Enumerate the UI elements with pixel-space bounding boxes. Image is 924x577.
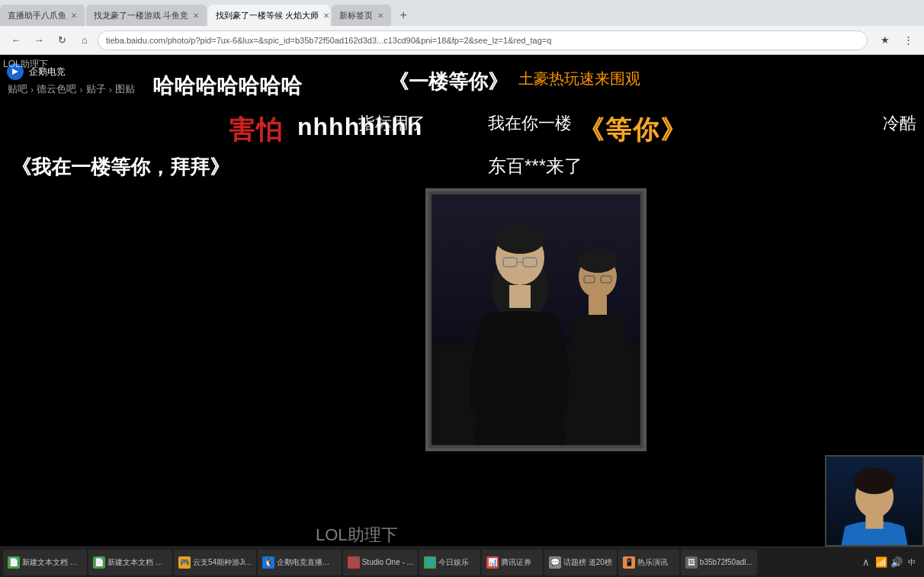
taskbar-item-2[interactable]: 🎮 云支54期种游Ji... xyxy=(174,550,256,575)
taskbar-label-2: 云支54期种游Ji... xyxy=(193,557,252,568)
main-content: LOL助理下 企鹅电竞 贴吧 › 德云色吧 › 贴子 › 图贴 哈哈哈哈哈哈哈 … xyxy=(0,55,924,547)
taskbar: 📄 新建文本文档 汉... 📄 新建文本文档 汉... 🎮 云支54期种游Ji.… xyxy=(0,547,924,577)
tab-4[interactable]: 新标签页 ✕ xyxy=(332,5,391,26)
taskbar-item-4[interactable]: 🎵 Studio One - ... xyxy=(343,550,418,575)
tab-3-close[interactable]: ✕ xyxy=(323,11,329,20)
taskbar-icon-3: 🐧 xyxy=(262,556,274,569)
svg-rect-12 xyxy=(589,296,607,315)
text-wodezai: 《我在一楼等你，拜拜》 xyxy=(11,154,229,181)
tab-2[interactable]: 找龙豪了一楼游戏 斗鱼竞 ✕ xyxy=(86,5,207,26)
bc-item-tujie: 图贴 xyxy=(115,82,135,96)
browser-chrome: 直播助手八爪鱼 ✕ 找龙豪了一楼游戏 斗鱼竞 ✕ 找到豪了一楼等候 火焰大师 ✕… xyxy=(0,0,924,55)
nav-right: ★ ⋮ xyxy=(875,30,918,50)
taskbar-icon-8: 📱 xyxy=(623,556,635,569)
taskbar-label-7: 话题榜 道20榜 xyxy=(563,557,612,568)
tab-1-label: 直播助手八爪鱼 xyxy=(8,10,66,21)
menu-button[interactable]: ⋮ xyxy=(898,30,918,50)
svg-point-14 xyxy=(854,468,895,495)
tab-2-label: 找龙豪了一楼游戏 斗鱼竞 xyxy=(94,10,188,21)
tray-icons: ∧ 📶 🔊 中 xyxy=(860,556,918,569)
breadcrumb-path: 贴吧 › 德云色吧 › 贴子 › 图贴 xyxy=(8,82,135,96)
bookmark-button[interactable]: ★ xyxy=(875,30,895,50)
tab-4-close[interactable]: ✕ xyxy=(377,11,383,20)
laugh-text: 哈哈哈哈哈哈哈 xyxy=(152,72,302,101)
camera-overlay xyxy=(825,455,924,547)
taskbar-item-3[interactable]: 🐧 企鹅电竞直播助手 xyxy=(258,550,342,575)
taskbar-icon-1: 📄 xyxy=(93,556,105,569)
bc-sep-1: › xyxy=(30,84,34,95)
text-zhibiao: 指标用了 xyxy=(358,112,425,135)
bc-item-tie: 贴子 xyxy=(86,82,106,96)
taskbar-item-0[interactable]: 📄 新建文本文档 汉... xyxy=(3,550,87,575)
taskbar-item-8[interactable]: 📱 热乐演讯 xyxy=(618,550,679,575)
tab-1[interactable]: 直播助手八爪鱼 ✕ xyxy=(0,5,85,26)
back-button[interactable]: ← xyxy=(6,30,26,50)
taskbar-label-0: 新建文本文档 汉... xyxy=(22,557,82,568)
svg-point-9 xyxy=(578,248,618,273)
new-tab-button[interactable]: + xyxy=(393,5,414,26)
home-button[interactable]: ⌂ xyxy=(75,30,95,50)
taskbar-item-6[interactable]: 📊 腾讯证券 xyxy=(482,550,543,575)
taskbar-item-7[interactable]: 💬 话题榜 道20榜 xyxy=(544,550,617,575)
taskbar-label-9: b35b72f50adl... xyxy=(700,558,752,566)
bottom-text: LOL助理下 xyxy=(316,524,398,547)
heading-hot: 土豪热玩速来围观 xyxy=(518,69,640,89)
taskbar-item-5[interactable]: 🌐 今日娱乐 xyxy=(419,550,480,575)
taskbar-item-1[interactable]: 📄 新建文本文档 汉... xyxy=(88,550,172,575)
taskbar-item-9[interactable]: 🖼 b35b72f50adl... xyxy=(681,550,757,575)
svg-point-3 xyxy=(495,223,545,254)
taskbar-icon-4: 🎵 xyxy=(348,556,360,569)
taskbar-icon-5: 🌐 xyxy=(424,556,436,569)
bc-sep-3: › xyxy=(109,84,112,95)
forward-button[interactable]: → xyxy=(29,30,49,50)
text-lengque: 冷酷 xyxy=(883,112,916,135)
tab-4-label: 新标签页 xyxy=(339,10,373,21)
address-text: tieba.baidu.com/photo/p?pid=7ux-6&lux=&s… xyxy=(106,36,551,45)
taskbar-label-4: Studio One - ... xyxy=(362,558,413,566)
taskbar-label-1: 新建文本文档 汉... xyxy=(107,557,168,568)
taskbar-icon-7: 💬 xyxy=(549,556,561,569)
bc-item-tieba: 贴吧 xyxy=(8,82,27,96)
taskbar-icon-2: 🎮 xyxy=(178,556,191,569)
tray-network-icon: 📶 xyxy=(875,556,887,569)
taskbar-label-5: 今日娱乐 xyxy=(438,557,469,568)
taskbar-label-6: 腾讯证券 xyxy=(501,557,531,568)
refresh-button[interactable]: ↻ xyxy=(52,30,72,50)
tab-3[interactable]: 找到豪了一楼等候 火焰大师 ✕ xyxy=(208,5,330,26)
text-dongbai: 东百***来了 xyxy=(488,154,582,178)
text-zaini: 我在你一楼 xyxy=(488,112,572,135)
main-photo xyxy=(425,188,646,451)
taskbar-icon-6: 📊 xyxy=(486,556,499,569)
taskbar-icon-0: 📄 xyxy=(8,556,20,569)
taskbar-label-3: 企鹅电竞直播助手 xyxy=(277,557,337,568)
nav-bar: ← → ↻ ⌂ tieba.baidu.com/photo/p?pid=7ux-… xyxy=(0,26,924,55)
tab-bar: 直播助手八爪鱼 ✕ 找龙豪了一楼游戏 斗鱼竞 ✕ 找到豪了一楼等候 火焰大师 ✕… xyxy=(0,0,924,26)
bc-sep-2: › xyxy=(79,84,82,95)
taskbar-tray: ∧ 📶 🔊 中 xyxy=(860,556,921,569)
tray-lang-icon: 中 xyxy=(906,556,918,569)
address-bar[interactable]: tieba.baidu.com/photo/p?pid=7ux-6&lux=&s… xyxy=(98,30,868,50)
tray-expand-icon[interactable]: ∧ xyxy=(860,556,872,569)
svg-rect-7 xyxy=(509,285,531,308)
bc-item-deyun: 德云色吧 xyxy=(37,82,76,96)
person-side-silhouette xyxy=(560,242,636,425)
tab-1-close[interactable]: ✕ xyxy=(71,11,77,20)
taskbar-label-8: 热乐演讯 xyxy=(637,557,668,568)
tab-3-label: 找到豪了一楼等候 火焰大师 xyxy=(216,10,319,21)
svg-rect-15 xyxy=(865,514,883,528)
corner-label: LOL助理下 xyxy=(3,58,48,71)
heading-1: 《一楼等你》 xyxy=(389,69,508,95)
tray-volume-icon[interactable]: 🔊 xyxy=(890,556,903,569)
taskbar-icon-9: 🖼 xyxy=(685,556,698,569)
tab-2-close[interactable]: ✕ xyxy=(193,11,199,20)
